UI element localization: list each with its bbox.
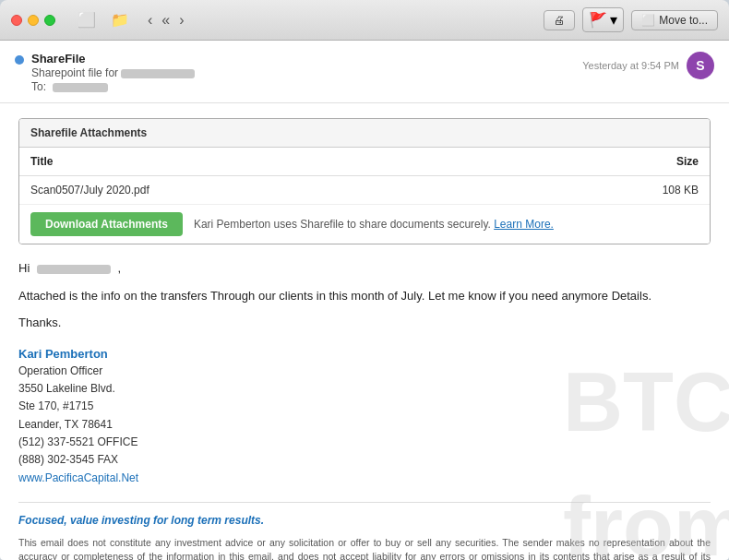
archive-button[interactable]: ⬜	[74, 9, 100, 30]
header-right: Yesterday at 9:54 PM S	[582, 52, 714, 79]
file-name: Scan0507/July 2020.pdf	[19, 176, 508, 205]
window-icon: ⬜	[641, 14, 655, 27]
to-redacted	[53, 83, 108, 92]
greeting: Hi ,	[18, 259, 711, 278]
signature: Kari Pemberton Operation Officer 3550 La…	[18, 345, 711, 487]
email-timestamp: Yesterday at 9:54 PM	[582, 60, 679, 71]
col-title: Title	[19, 148, 508, 176]
sig-title: Operation Officer	[18, 363, 711, 380]
close-button[interactable]	[11, 15, 22, 26]
move-to-button[interactable]: ⬜ Move to...	[631, 10, 718, 30]
flag-chevron-icon: ▾	[610, 11, 617, 29]
attachment-note: Kari Pemberton uses Sharefile to share d…	[194, 216, 554, 232]
traffic-lights	[11, 15, 55, 26]
window-chrome: ⬜ 📁 ‹ « › 🖨 🚩 ▾ ⬜ Move to...	[0, 0, 729, 41]
nav-arrows: ‹ « ›	[144, 10, 188, 30]
sig-address1: 3550 Lakeline Blvd.	[18, 380, 711, 398]
toolbar-icons: ⬜ 📁	[74, 9, 133, 30]
attachment-footer: Download Attachments Kari Pemberton uses…	[19, 205, 710, 244]
email-container: ShareFile Sharepoint file for To: Yester…	[0, 41, 729, 560]
attachment-box: Sharefile Attachments Title Size Scan050…	[18, 118, 711, 244]
minimize-button[interactable]	[28, 15, 39, 26]
unread-indicator	[15, 55, 24, 65]
attachment-row: Scan0507/July 2020.pdf 108 KB	[19, 176, 710, 205]
sig-fax: (888) 302-3545 FAX	[18, 451, 711, 469]
footer-divider	[18, 502, 711, 503]
col-size: Size	[508, 148, 710, 176]
forward-button[interactable]: ›	[175, 10, 187, 30]
footer-disclaimer: This email does not constitute any inves…	[18, 536, 711, 560]
back-back-icon: «	[161, 12, 170, 29]
email-body: BTCfrom Sharefile Attachments Title Size…	[0, 103, 729, 560]
sig-phone: (512) 337-5521 OFFICE	[18, 434, 711, 451]
file-size: 108 KB	[508, 176, 710, 205]
folder-icon: 📁	[111, 11, 129, 29]
sig-address3: Leander, TX 78641	[18, 416, 711, 434]
sender-subject: Sharepoint file for	[31, 66, 195, 79]
flag-icon: 🚩	[589, 11, 607, 29]
back-icon: ‹	[148, 12, 152, 29]
back-button[interactable]: ‹	[144, 10, 156, 30]
attachment-box-header: Sharefile Attachments	[19, 119, 710, 148]
sender-name: ShareFile	[31, 52, 195, 66]
avatar: S	[687, 52, 714, 79]
print-icon: 🖨	[554, 14, 565, 27]
forward-icon: ›	[179, 12, 184, 29]
sig-address2: Ste 170, #1715	[18, 398, 711, 415]
download-attachments-button[interactable]: Download Attachments	[30, 212, 183, 236]
learn-more-link[interactable]: Learn More.	[494, 218, 554, 231]
back-back-button[interactable]: «	[158, 10, 173, 30]
toolbar-right: 🖨 🚩 ▾ ⬜ Move to...	[544, 7, 718, 32]
footer-tagline: Focused, value investing for long term r…	[18, 512, 711, 529]
print-button[interactable]: 🖨	[544, 10, 575, 30]
subject-redacted	[121, 69, 195, 78]
maximize-button[interactable]	[44, 15, 55, 26]
greeting-redacted	[37, 265, 111, 274]
sig-name: Kari Pemberton	[18, 345, 711, 363]
body-text: Attached is the info on the transfers Th…	[18, 287, 711, 305]
sender-to: To:	[31, 80, 195, 93]
sig-website[interactable]: www.PacificaCapital.Net	[18, 471, 138, 484]
flag-button-group[interactable]: 🚩 ▾	[582, 7, 624, 32]
email-header: ShareFile Sharepoint file for To: Yester…	[0, 41, 729, 103]
sender-area: ShareFile Sharepoint file for To:	[15, 52, 195, 93]
archive-icon: ⬜	[78, 11, 96, 29]
folder-button[interactable]: 📁	[107, 9, 133, 30]
sender-info: ShareFile Sharepoint file for To:	[31, 52, 195, 93]
thanks-text: Thanks.	[18, 314, 711, 332]
attachment-table: Title Size Scan0507/July 2020.pdf 108 KB	[19, 148, 710, 205]
